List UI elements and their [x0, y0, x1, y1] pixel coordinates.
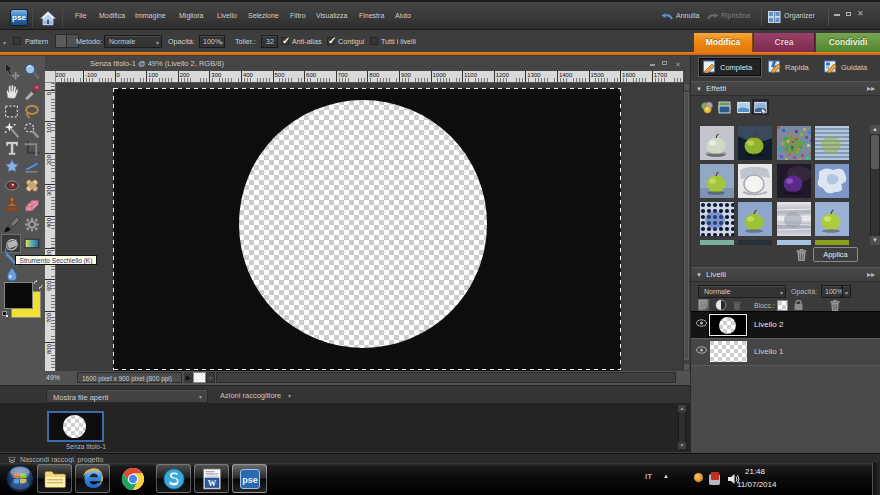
svg-text:pse: pse	[242, 475, 258, 485]
svg-text:W: W	[208, 478, 217, 488]
